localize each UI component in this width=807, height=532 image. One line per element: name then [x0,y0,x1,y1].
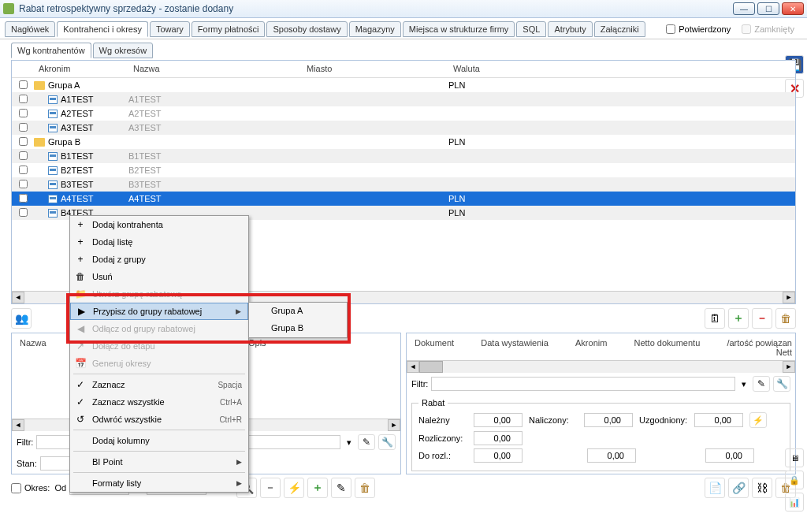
document-icon [48,166,58,175]
menu-item[interactable]: +Dodaj kontrahenta [70,216,248,233]
calc-icon[interactable]: ⚡ [749,412,767,428]
lightning-icon[interactable]: ⚡ [284,478,304,498]
monitor-icon[interactable]: 🖥 [785,448,804,467]
filter-config-icon[interactable]: 🔧 [773,376,790,392]
tab-sql[interactable]: SQL [516,21,546,37]
folder-icon [34,138,45,147]
menu-item[interactable]: ✓ZaznaczSpacja [70,376,248,393]
potwierdzony-checkbox[interactable]: Potwierdzony [666,24,731,34]
table-row[interactable]: A2TESTA2TEST [12,106,795,121]
close-button[interactable]: ✕ [782,2,804,15]
table-row[interactable]: B3TESTB3TEST [12,177,795,192]
edit-icon[interactable]: ✎ [331,478,351,498]
submenu-arrow-icon: ▶ [236,479,242,487]
col-nazwa[interactable]: Nazwa [128,61,302,77]
tab-kontrahenci[interactable]: Kontrahenci i okresy [57,21,148,37]
submenu-arrow-icon: ▶ [236,458,242,466]
lock-icon[interactable]: 🔒 [785,471,804,489]
naliczony-label: Naliczony: [529,415,578,425]
filter-edit-icon[interactable]: ✎ [358,434,375,450]
scroll-right-icon[interactable]: ► [388,419,400,431]
app-icon [3,3,14,14]
add-button[interactable]: ＋ [728,308,749,329]
subtab-kontrahentow[interactable]: Wg kontrahentów [11,43,91,58]
users-icon[interactable]: 👥 [11,308,32,329]
menu-item[interactable]: +Dodaj listę [70,233,248,251]
dorozl-input3[interactable] [705,448,754,463]
tab-sposoby[interactable]: Sposoby dostawy [266,21,347,37]
dorozl-input[interactable] [474,448,523,463]
menu-item[interactable]: ▶Przypisz do grupy rabatowej▶ [70,303,248,320]
dorozl-label: Do rozl.: [418,451,467,460]
col-miasto[interactable]: Miasto [302,61,448,77]
nalezny-input[interactable] [474,413,523,427]
tab-atrybuty[interactable]: Atrybuty [548,21,592,37]
chart-icon[interactable]: 📊 [785,493,804,512]
scroll-right-icon[interactable]: ► [783,292,795,303]
menu-item[interactable]: 🗑Usuń [70,268,248,285]
document-icon [48,209,58,218]
rozliczony-input[interactable] [474,431,523,445]
remove-button[interactable]: － [752,308,772,329]
menu-icon: ✓ [73,378,87,391]
menu-item[interactable]: ↺Odwróć wszystkieCtrl+R [70,411,248,428]
menu-item[interactable]: Formaty listy▶ [70,474,248,492]
dorozl-input2[interactable] [587,448,636,463]
col-akronim: Akronim [575,338,607,357]
filter-config-icon[interactable]: 🔧 [378,434,396,450]
minus-icon[interactable]: － [260,478,281,498]
schedule-icon[interactable]: 🗓 [705,308,725,329]
table-row[interactable]: A3TESTA3TEST [12,121,795,135]
col-netto: Netto dokumentu [634,338,701,357]
table-row[interactable]: Grupa APLN [12,78,795,92]
menu-icon: 📁 [73,288,87,300]
tab-zalaczniki[interactable]: Załączniki [594,21,645,37]
naliczony-input[interactable] [584,413,633,427]
menu-item[interactable]: +Dodaj z grupy [70,251,248,268]
tab-miejsca[interactable]: Miejsca w strukturze firmy [403,21,515,37]
filter-edit-icon[interactable]: ✎ [753,376,770,392]
col-waluta[interactable]: Waluta [448,61,645,77]
menu-item[interactable]: ✓Zaznacz wszystkieCtrl+A [70,393,248,411]
document-icon [48,180,58,189]
submenu-arrow-icon: ▶ [236,307,241,315]
table-row[interactable]: A1TESTA1TEST [12,92,795,106]
scroll-left-icon[interactable]: ◄ [12,292,24,303]
stan-label: Stan: [17,459,37,468]
menu-icon: ✓ [73,396,87,408]
tab-naglowek[interactable]: Nagłówek [5,21,55,37]
submenu-item[interactable]: Grupa B [249,320,347,337]
table-row[interactable]: A4TESTA4TESTPLN [12,192,795,206]
menu-icon: ↺ [73,413,87,426]
submenu-item[interactable]: Grupa A [249,303,347,320]
nalezny-label: Należny [418,415,467,425]
filter-input[interactable] [431,377,735,391]
add-icon[interactable]: ＋ [307,478,328,498]
document-icon [48,152,58,161]
okres-checkbox[interactable]: Okres: [11,483,50,493]
menu-item: 📁Utwórz grupę rabatową [70,285,248,303]
scroll-right-icon[interactable]: ► [783,361,795,373]
menu-item[interactable]: BI Point▶ [70,453,248,471]
delete-button[interactable]: 🗑 [775,308,796,329]
scroll-left-icon[interactable]: ◄ [407,361,419,373]
col-akronim[interactable]: Akronim [34,61,128,77]
unlink-icon[interactable]: ⛓ [752,478,772,498]
tab-magazyny[interactable]: Magazyny [349,21,401,37]
menu-icon: + [73,253,87,266]
uzgodniony-input[interactable] [694,413,743,427]
table-row[interactable]: Grupa BPLN [12,135,795,149]
link-icon[interactable]: 🔗 [728,478,749,498]
scroll-left-icon[interactable]: ◄ [12,419,24,431]
trash-icon[interactable]: 🗑 [355,478,375,498]
minimize-button[interactable]: — [733,2,755,15]
doc-icon[interactable]: 📄 [705,478,725,498]
col-nazwa: Nazwa [20,338,67,348]
maximize-button[interactable]: ☐ [757,2,779,15]
tab-formy[interactable]: Formy płatności [192,21,266,37]
tab-towary[interactable]: Towary [150,21,190,37]
table-row[interactable]: B1TESTB1TEST [12,149,795,163]
subtab-okresow[interactable]: Wg okresów [93,43,154,58]
menu-item[interactable]: Dodaj kolumny [70,432,248,449]
table-row[interactable]: B2TESTB2TEST [12,163,795,177]
